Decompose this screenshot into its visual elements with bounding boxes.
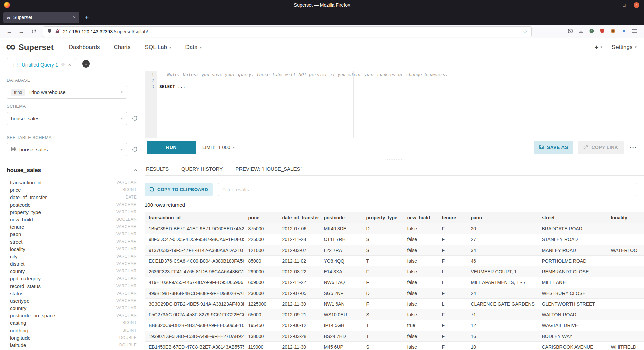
refresh-tables-icon[interactable] [131,146,138,153]
code-line: SELECT ... [157,84,644,90]
column-type: BIGINT [122,328,138,333]
navbar-right-icons [565,28,640,35]
nav-item-charts[interactable]: Charts [114,44,131,51]
filter-results-input[interactable] [218,183,637,196]
tracking-protection-shield-icon[interactable] [47,28,52,35]
save-icon [539,144,544,150]
add-menu-button[interactable]: + ▾ [594,43,602,51]
plus-icon: + [594,43,598,51]
results-pane-tab-results[interactable]: RESULTS [145,162,169,175]
column-row: transaction_idVARCHAR [7,179,138,186]
insecure-lock-icon[interactable] [55,29,60,35]
run-query-button[interactable]: RUN [147,141,196,154]
reload-button[interactable] [28,27,39,36]
database-select[interactable]: trino Trino warehouse ▾ [7,86,127,99]
resize-dots-icon [387,158,402,161]
column-name: usertype [10,298,30,304]
extension-icon-2[interactable] [600,28,605,35]
column-header-transaction-id[interactable]: transaction_id [145,212,244,223]
forward-button[interactable]: → [16,27,27,36]
table-cell: BODLEY WAY [538,331,607,342]
copy-link-button[interactable]: COPY LINK [578,141,624,154]
window-maximize-button[interactable]: □ [621,2,627,8]
limit-dropdown[interactable]: LIMIT: 1 000 ▾ [202,145,235,150]
table-cell: D [362,288,403,299]
column-header-locality[interactable]: locality [607,212,644,223]
extension-icon-4[interactable] [621,28,627,35]
table-cell: 225000 [244,234,278,245]
nav-item-dashboards[interactable]: Dashboards [69,44,100,51]
extension-icon-1[interactable] [589,28,594,35]
code-line [157,78,644,84]
nav-item-data[interactable]: Data▾ [185,44,202,51]
tab-close-icon[interactable]: × [73,15,76,20]
column-type: VARCHAR [116,291,138,296]
browser-tab-superset[interactable]: ∞ Superset × [3,12,79,23]
column-header-new-build[interactable]: new_build [403,212,438,223]
chevron-down-icon: ▾ [169,45,171,50]
column-header-tenure[interactable]: tenure [438,212,467,223]
nav-item-sql-lab[interactable]: SQL Lab▾ [145,44,171,51]
schema-select[interactable]: house_sales ▾ [7,112,127,125]
bookmark-star-icon[interactable]: ☆ [523,29,527,35]
column-type: BOOLEAN [116,217,138,222]
column-header-price[interactable]: price [244,212,278,223]
superset-logo[interactable]: ∞ Superset [6,43,54,52]
column-type: VARCHAR [116,313,138,318]
results-pane-tab-preview-house-sales[interactable]: PREVIEW: `HOUSE_SALES` [235,162,302,175]
more-options-button[interactable]: ··· [630,144,637,151]
schema-label: SCHEMA [7,104,138,109]
editor-code[interactable]: -- Note: Unless you save your query, the… [157,71,644,138]
pocket-icon[interactable] [568,28,573,35]
query-tab-close-icon[interactable]: × [68,62,71,68]
table-cell: 91370533-19F5-47FE-B142-A380A8ADA210 [145,245,244,256]
column-header-street[interactable]: street [538,212,607,223]
table-columns-list: transaction_idVARCHARpriceBIGINTdate_of_… [7,179,138,349]
refresh-schemas-icon[interactable] [131,115,138,122]
table-cell: 2636F323-FF41-4765-81DB-98CAA6A43BC1 [145,266,244,277]
brand-name: Superset [19,43,54,52]
table-cell: M45 6UP [320,342,362,350]
column-name: locality [10,246,25,252]
window-close-button[interactable]: × [634,2,639,8]
column-header-postcode[interactable]: postcode [320,212,362,223]
query-state-indicator [61,63,65,66]
column-header-date-of-transfer[interactable]: date_of_transfer [278,212,320,223]
new-browser-tab-button[interactable]: + [85,13,89,21]
results-pane-tab-query-history[interactable]: QUERY HISTORY [181,162,223,175]
column-row: date_of_transferDATE [7,193,138,201]
extension-icon-3[interactable] [610,28,616,35]
chevron-up-icon[interactable] [133,168,138,173]
sql-editor[interactable]: 123 -- Note: Unless you save your query,… [145,71,644,138]
table-cell: WALTON ROAD [538,309,607,320]
window-minimize-button[interactable]: − [609,2,614,8]
copy-to-clipboard-button[interactable]: COPY TO CLIPBOARD [145,183,213,196]
limit-label: LIMIT: [202,145,215,150]
column-header-property-type[interactable]: property_type [362,212,403,223]
table-cell: 2012-11-30 [278,342,320,350]
table-cell: 609000 [244,277,278,288]
column-header-paon[interactable]: paon [467,212,538,223]
column-type: VARCHAR [116,180,138,185]
download-icon[interactable] [578,28,584,35]
table-cell: E14 3XA [320,266,362,277]
table-row: 1B5C39ED-BE7F-41EF-9E71-9C60EED74A223750… [145,223,644,234]
drag-handle-icon[interactable]: ⋮⋮ [12,62,18,67]
url-bar[interactable]: 217.160.120.143:32393 /superset/sqllab/ … [43,27,531,37]
sql-keyword: SELECT [159,84,175,89]
table-cell: 1225000 [244,299,278,309]
superset-logo-icon: ∞ [6,41,16,52]
back-button[interactable]: ← [4,27,15,36]
query-tab-active[interactable]: ⋮⋮ Untitled Query 1 × [7,58,76,71]
hamburger-menu-icon[interactable] [632,29,637,35]
table-cell: F5C273AC-0D2A-458F-8279-9C61F0C22EC6 [145,309,244,320]
save-as-button[interactable]: SAVE AS [534,141,574,154]
table-cell: L [438,266,467,277]
table-cell: F [362,277,403,288]
table-select[interactable]: house_sales ▾ [7,143,127,156]
settings-menu-button[interactable]: Settings ▾ [612,44,637,51]
new-query-tab-button[interactable]: + [82,60,90,68]
firefox-tab-bar: ∞ Superset × + [0,10,644,25]
pane-resize-handle[interactable] [145,157,644,162]
table-cell: 2012-06-12 [278,320,320,331]
